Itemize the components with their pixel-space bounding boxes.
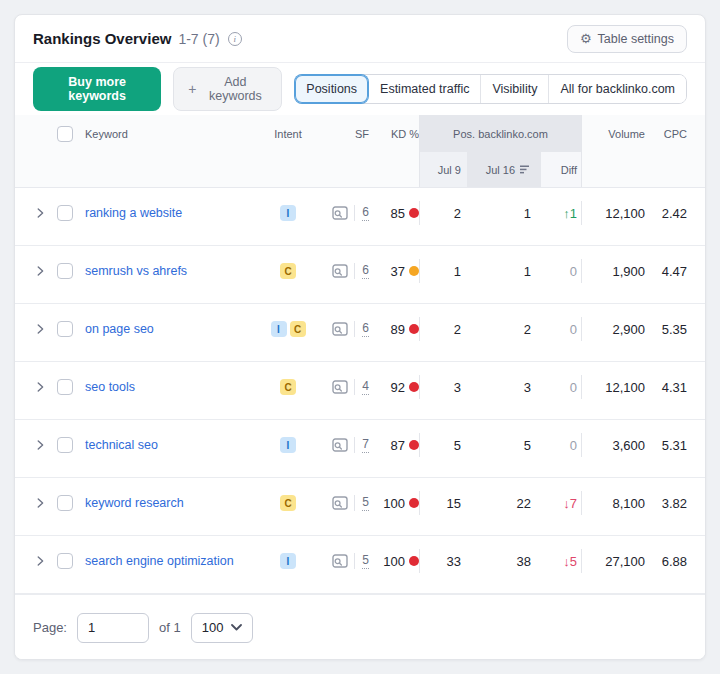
pos-jul16-value: 3 — [524, 380, 531, 395]
table-subheader-row: Jul 9 Jul 16 Diff — [15, 152, 705, 188]
tab-all-for-domain[interactable]: All for backlinko.com — [548, 75, 686, 103]
kd-value: 85 — [391, 206, 405, 221]
add-keywords-button[interactable]: + Add keywords — [173, 67, 282, 111]
row-checkbox[interactable] — [57, 205, 73, 221]
sf-count[interactable]: 6 — [362, 205, 369, 222]
intent-badge-i[interactable]: I — [280, 437, 296, 453]
subheader-volume-spacer — [581, 152, 645, 187]
table-settings-button[interactable]: ⚙ Table settings — [567, 25, 687, 53]
serp-features-icon[interactable] — [332, 438, 348, 452]
kd-dot — [409, 440, 419, 450]
intent-badge-c[interactable]: C — [280, 379, 296, 395]
cpc-value: 4.47 — [662, 264, 687, 279]
column-header-jul9[interactable]: Jul 9 — [419, 152, 467, 187]
table-row: technical seo I 7 87 5 5 0 — [15, 420, 705, 478]
keyword-link[interactable]: seo tools — [85, 380, 135, 394]
keyword-link[interactable]: semrush vs ahrefs — [85, 264, 187, 278]
intent-badges: I — [265, 433, 311, 457]
tab-estimated-traffic[interactable]: Estimated traffic — [368, 75, 480, 103]
chevron-right-icon[interactable] — [33, 264, 47, 278]
serp-features-icon[interactable] — [332, 380, 348, 394]
chevron-right-icon[interactable] — [33, 438, 47, 452]
column-header-volume[interactable]: Volume — [581, 115, 645, 152]
tab-positions[interactable]: Positions — [295, 75, 368, 103]
cpc-value: 4.31 — [662, 380, 687, 395]
row-checkbox[interactable] — [57, 263, 73, 279]
page-title: Rankings Overview — [33, 30, 171, 47]
sf-count[interactable]: 5 — [362, 553, 369, 570]
buy-more-keywords-button[interactable]: Buy more keywords — [33, 67, 161, 111]
column-header-jul16[interactable]: Jul 16 — [467, 152, 541, 187]
chevron-right-icon[interactable] — [33, 206, 47, 220]
intent-badge-i[interactable]: I — [280, 553, 296, 569]
volume-value: 3,600 — [612, 438, 645, 453]
intent-badges: I — [265, 201, 311, 225]
column-header-keyword[interactable]: Keyword — [85, 115, 265, 152]
sf-divider — [354, 553, 355, 569]
sf-count[interactable]: 6 — [362, 321, 369, 338]
pagination: Page: of 1 100 — [15, 594, 705, 660]
chevron-right-icon[interactable] — [33, 380, 47, 394]
page-size-select[interactable]: 100 — [191, 613, 254, 643]
keyword-link[interactable]: technical seo — [85, 438, 158, 452]
serp-features-icon[interactable] — [332, 206, 348, 220]
page-number-input[interactable] — [77, 613, 149, 643]
intent-badge-i[interactable]: I — [280, 205, 296, 221]
sf-count[interactable]: 6 — [362, 263, 369, 280]
volume-value: 12,100 — [605, 380, 645, 395]
keyword-link[interactable]: search engine optimization — [85, 554, 234, 568]
pos-jul16-value: 1 — [524, 206, 531, 221]
pos-jul16-value: 2 — [524, 322, 531, 337]
intent-badge-i[interactable]: I — [271, 321, 287, 337]
serp-features-icon[interactable] — [332, 264, 348, 278]
info-icon[interactable]: i — [228, 32, 242, 46]
kd-value: 100 — [383, 554, 405, 569]
serp-features-icon[interactable] — [332, 496, 348, 510]
column-header-diff[interactable]: Diff — [541, 152, 581, 187]
gear-icon: ⚙ — [580, 32, 592, 45]
toolbar: Buy more keywords + Add keywords Positio… — [15, 63, 705, 115]
select-all-checkbox[interactable] — [57, 126, 73, 142]
sf-divider — [354, 495, 355, 511]
chevron-right-icon[interactable] — [33, 322, 47, 336]
subheader-spacer — [33, 152, 419, 187]
kd-dot — [409, 556, 419, 566]
intent-badge-c[interactable]: C — [280, 495, 296, 511]
diff-value: 0 — [570, 380, 577, 395]
kd-dot — [409, 266, 419, 276]
row-checkbox[interactable] — [57, 321, 73, 337]
pos-jul9-value: 2 — [454, 206, 461, 221]
table-body: ranking a website I 6 85 2 1 ↑1 — [15, 188, 705, 594]
report-tabs: Positions Estimated traffic Visibility A… — [294, 74, 687, 104]
chevron-right-icon[interactable] — [33, 554, 47, 568]
sf-count[interactable]: 5 — [362, 495, 369, 512]
intent-badge-c[interactable]: C — [290, 321, 306, 337]
column-header-sf[interactable]: SF — [311, 115, 369, 152]
column-header-kd[interactable]: KD % — [369, 115, 419, 152]
column-header-intent[interactable]: Intent — [265, 115, 311, 152]
column-header-cpc[interactable]: CPC — [645, 115, 687, 152]
serp-features-icon[interactable] — [332, 554, 348, 568]
keyword-link[interactable]: keyword research — [85, 496, 184, 510]
volume-value: 8,100 — [612, 496, 645, 511]
rankings-overview-card: Rankings Overview 1-7 (7) i ⚙ Table sett… — [14, 14, 706, 660]
table-row: keyword research C 5 100 15 22 ↓7 — [15, 478, 705, 536]
row-checkbox[interactable] — [57, 495, 73, 511]
sf-count[interactable]: 4 — [362, 379, 369, 396]
keyword-link[interactable]: on page seo — [85, 322, 154, 336]
serp-features-icon[interactable] — [332, 322, 348, 336]
row-checkbox[interactable] — [57, 437, 73, 453]
chevron-right-icon[interactable] — [33, 496, 47, 510]
intent-badges: IC — [265, 317, 311, 341]
subheader-cpc-spacer — [645, 152, 687, 187]
intent-badges: I — [265, 549, 311, 573]
keyword-link[interactable]: ranking a website — [85, 206, 182, 220]
diff-value: ↑1 — [563, 206, 577, 221]
volume-value: 1,900 — [612, 264, 645, 279]
chevron-down-icon — [231, 624, 242, 631]
sf-count[interactable]: 7 — [362, 437, 369, 454]
intent-badge-c[interactable]: C — [280, 263, 296, 279]
row-checkbox[interactable] — [57, 379, 73, 395]
tab-visibility[interactable]: Visibility — [480, 75, 548, 103]
row-checkbox[interactable] — [57, 553, 73, 569]
